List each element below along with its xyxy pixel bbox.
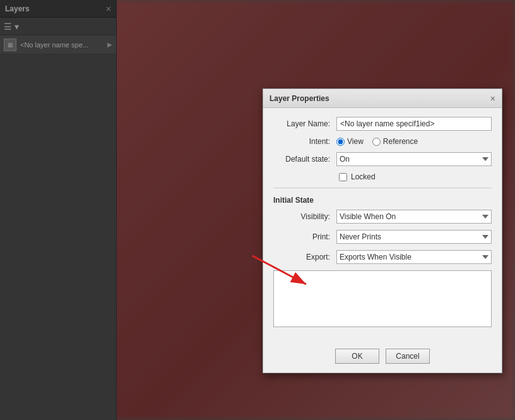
intent-view-radio[interactable] <box>336 138 345 146</box>
layer-name-row: Layer Name: <box>273 117 492 131</box>
visibility-select[interactable]: Visible When On Hidden Visible <box>336 210 492 224</box>
print-select[interactable]: Never Prints Prints When Visible Always … <box>336 230 492 244</box>
dialog-close-button[interactable]: × <box>490 94 495 103</box>
locked-checkbox[interactable] <box>339 173 347 181</box>
layer-properties-dialog: Layer Properties × Layer Name: Intent: V… <box>263 88 502 373</box>
ok-button[interactable]: OK <box>335 349 379 364</box>
visibility-row: Visibility: Visible When On Hidden Visib… <box>273 210 492 224</box>
locked-label: Locked <box>351 172 376 181</box>
intent-radio-group: View Reference <box>336 137 418 146</box>
dialog-title: Layer Properties <box>269 94 329 103</box>
intent-row: Intent: View Reference <box>273 137 492 146</box>
cancel-button[interactable]: Cancel <box>386 349 430 364</box>
layer-name-input[interactable] <box>336 117 492 131</box>
intent-reference-radio[interactable] <box>372 138 381 146</box>
default-state-row: Default state: On Off <box>273 152 492 166</box>
dialog-titlebar: Layer Properties × <box>263 89 502 108</box>
layer-name-label: Layer Name: <box>273 119 336 128</box>
export-select[interactable]: Exports When Visible Never Exports Alway… <box>336 250 492 264</box>
description-textarea[interactable] <box>273 270 492 327</box>
intent-label: Intent: <box>273 137 336 146</box>
dialog-body: Layer Name: Intent: View Reference <box>263 108 502 342</box>
intent-view-label: View <box>347 137 364 146</box>
visibility-label: Visibility: <box>273 212 336 221</box>
description-row <box>273 270 492 327</box>
default-state-select[interactable]: On Off <box>336 152 492 166</box>
print-row: Print: Never Prints Prints When Visible … <box>273 230 492 244</box>
default-state-label: Default state: <box>273 155 336 164</box>
dialog-overlay: Layer Properties × Layer Name: Intent: V… <box>0 0 515 420</box>
section-divider <box>273 188 492 188</box>
locked-checkbox-label[interactable]: Locked <box>339 172 376 181</box>
export-row: Export: Exports When Visible Never Expor… <box>273 250 492 264</box>
intent-reference-label: Reference <box>383 137 418 146</box>
initial-state-header: Initial State <box>273 195 492 205</box>
intent-view-option[interactable]: View <box>336 137 364 146</box>
locked-row: Locked <box>273 172 492 181</box>
export-label: Export: <box>273 253 336 261</box>
dialog-footer: OK Cancel <box>263 342 502 373</box>
print-label: Print: <box>273 232 336 241</box>
intent-reference-option[interactable]: Reference <box>372 137 418 146</box>
